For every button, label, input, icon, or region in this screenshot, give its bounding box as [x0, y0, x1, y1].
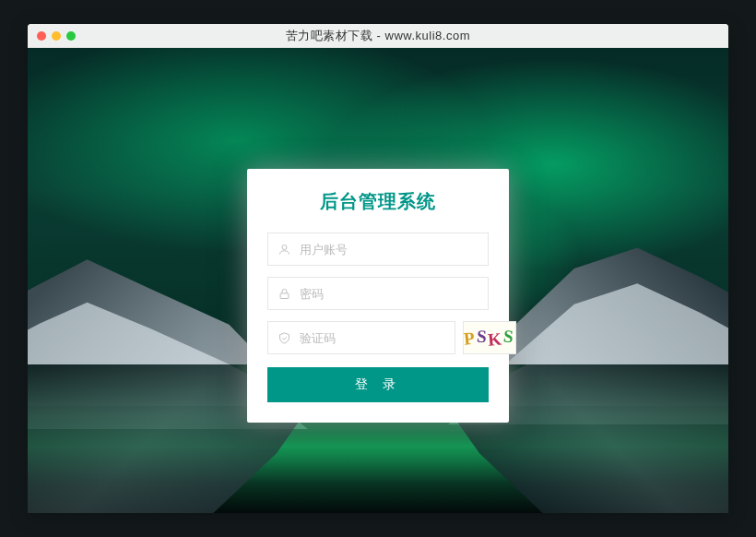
password-row	[267, 277, 489, 310]
traffic-lights	[37, 31, 76, 41]
lock-icon	[268, 287, 300, 301]
page-viewport: 后台管理系统	[28, 48, 728, 513]
browser-window: 苦力吧素材下载 - www.kuli8.com 后台管理系统	[28, 24, 728, 513]
login-button[interactable]: 登 录	[267, 367, 489, 402]
browser-title: 苦力吧素材下载 - www.kuli8.com	[286, 28, 470, 44]
svg-point-0	[282, 245, 287, 249]
captcha-input-wrap	[267, 321, 455, 354]
username-row	[267, 233, 489, 266]
maximize-window-icon[interactable]	[66, 31, 76, 41]
close-window-icon[interactable]	[37, 31, 46, 41]
captcha-input[interactable]	[300, 322, 455, 353]
login-title: 后台管理系统	[267, 189, 489, 214]
minimize-window-icon[interactable]	[52, 31, 61, 41]
captcha-image[interactable]: PSKS	[463, 321, 516, 354]
user-icon	[268, 243, 300, 257]
shield-check-icon	[268, 331, 300, 345]
password-input[interactable]	[300, 278, 488, 309]
browser-titlebar: 苦力吧素材下载 - www.kuli8.com	[28, 24, 728, 48]
username-input[interactable]	[300, 233, 488, 265]
captcha-row: PSKS	[267, 321, 489, 354]
login-card: 后台管理系统	[247, 169, 509, 423]
svg-rect-1	[280, 292, 289, 298]
